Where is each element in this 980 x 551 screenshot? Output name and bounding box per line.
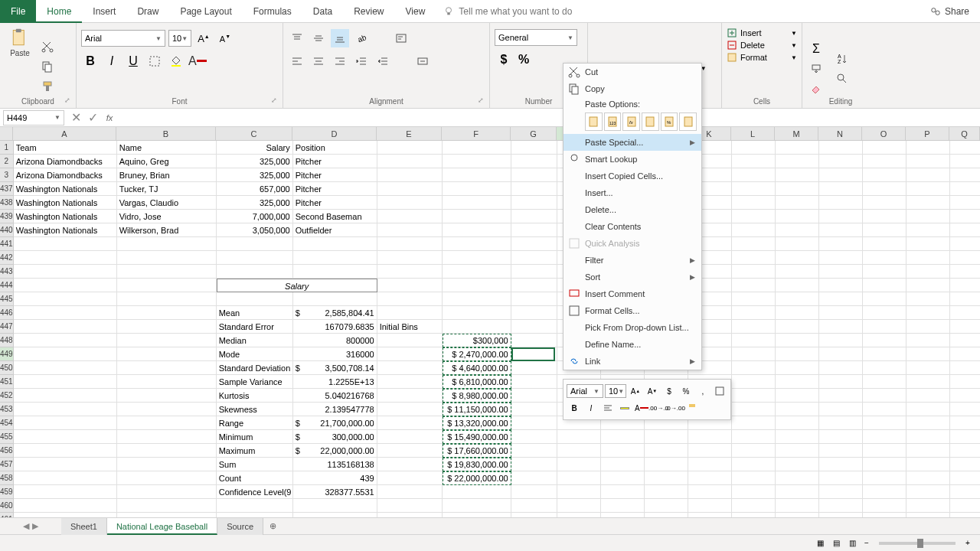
cell[interactable] bbox=[819, 265, 863, 279]
bold-button[interactable]: B bbox=[81, 52, 100, 70]
cell[interactable] bbox=[117, 389, 217, 403]
cell[interactable]: 800000 bbox=[293, 334, 377, 347]
cell[interactable]: 3,050,000 bbox=[217, 223, 293, 237]
cell[interactable] bbox=[906, 196, 950, 210]
cell[interactable] bbox=[819, 306, 863, 320]
zoom-in-button[interactable]: + bbox=[962, 539, 974, 547]
cell[interactable] bbox=[732, 141, 776, 155]
cell[interactable]: Initial Bins bbox=[377, 320, 443, 334]
new-sheet-button[interactable]: ⊕ bbox=[263, 521, 282, 531]
cell[interactable]: $ 6,810,000.00 bbox=[443, 375, 511, 389]
col-header-O[interactable]: O bbox=[862, 127, 906, 140]
cell[interactable] bbox=[14, 279, 117, 292]
cell[interactable]: Mode bbox=[217, 347, 293, 361]
fill-button[interactable] bbox=[807, 60, 825, 78]
cell[interactable] bbox=[377, 223, 443, 237]
cell[interactable] bbox=[377, 458, 443, 471]
cell[interactable] bbox=[863, 320, 906, 334]
row-header[interactable]: 440 bbox=[0, 223, 14, 237]
cell[interactable] bbox=[819, 471, 863, 485]
cell[interactable] bbox=[776, 210, 819, 223]
cell[interactable] bbox=[117, 292, 217, 306]
row-header[interactable]: 453 bbox=[0, 403, 14, 416]
cell[interactable]: 5.040216768 bbox=[293, 389, 377, 403]
increase-indent-button[interactable] bbox=[374, 52, 392, 70]
cell[interactable] bbox=[819, 251, 863, 265]
cell[interactable] bbox=[776, 513, 819, 517]
cell[interactable] bbox=[377, 155, 443, 168]
tab-draw[interactable]: Draw bbox=[126, 0, 169, 23]
cell[interactable]: $ 11,150,000.00 bbox=[443, 403, 511, 416]
cell[interactable] bbox=[217, 499, 293, 513]
col-header-E[interactable]: E bbox=[377, 127, 442, 140]
cell[interactable] bbox=[293, 237, 377, 251]
cancel-formula-button[interactable]: ✕ bbox=[67, 110, 84, 126]
cell[interactable]: Washington Nationals bbox=[14, 196, 117, 210]
cell[interactable]: Range bbox=[217, 416, 293, 430]
cell[interactable] bbox=[950, 334, 980, 347]
autosum-button[interactable]: Σ bbox=[807, 40, 825, 58]
cell[interactable] bbox=[14, 320, 117, 334]
cell[interactable] bbox=[776, 416, 819, 430]
cells-area[interactable]: TeamNameSalaryPositionArizona Diamondbac… bbox=[14, 141, 980, 517]
tab-formulas[interactable]: Formulas bbox=[243, 0, 302, 23]
cell[interactable] bbox=[950, 389, 980, 403]
cell[interactable] bbox=[950, 320, 980, 334]
row-header[interactable]: 448 bbox=[0, 334, 14, 347]
row-header[interactable]: 444 bbox=[0, 279, 14, 292]
cell[interactable] bbox=[863, 306, 906, 320]
cell[interactable] bbox=[688, 499, 732, 513]
cell[interactable] bbox=[688, 430, 732, 444]
col-header-G[interactable]: G bbox=[511, 127, 557, 140]
cell[interactable] bbox=[377, 485, 443, 499]
sheet-tab-3[interactable]: Source bbox=[217, 518, 263, 535]
cell[interactable] bbox=[819, 389, 863, 403]
cell[interactable] bbox=[732, 499, 776, 513]
grow-font-button[interactable]: A▲ bbox=[194, 29, 213, 47]
cell[interactable] bbox=[732, 430, 776, 444]
cell[interactable] bbox=[776, 471, 819, 485]
row-header[interactable]: 452 bbox=[0, 389, 14, 403]
cell[interactable] bbox=[377, 210, 443, 223]
cell[interactable] bbox=[601, 485, 645, 499]
col-header-L[interactable]: L bbox=[731, 127, 775, 140]
cell[interactable] bbox=[819, 444, 863, 458]
cell[interactable] bbox=[377, 499, 443, 513]
cell[interactable] bbox=[906, 155, 950, 168]
cell[interactable] bbox=[863, 265, 906, 279]
row-header[interactable]: 454 bbox=[0, 416, 14, 430]
paste-button[interactable]: Paste bbox=[5, 26, 35, 106]
cell[interactable] bbox=[511, 471, 557, 485]
ctx-cut[interactable]: Cut bbox=[564, 64, 701, 80]
cell[interactable] bbox=[14, 499, 117, 513]
cell[interactable] bbox=[776, 182, 819, 196]
cell[interactable] bbox=[906, 265, 950, 279]
cell[interactable]: 439 bbox=[293, 471, 377, 485]
cell[interactable] bbox=[377, 182, 443, 196]
find-button[interactable] bbox=[833, 70, 851, 88]
cell[interactable] bbox=[906, 403, 950, 416]
cell[interactable] bbox=[906, 347, 950, 361]
cell[interactable] bbox=[14, 347, 117, 361]
cell[interactable] bbox=[819, 292, 863, 306]
mini-format-painter[interactable] bbox=[684, 400, 700, 416]
cell[interactable] bbox=[950, 210, 980, 223]
cell[interactable] bbox=[776, 347, 819, 361]
cell[interactable] bbox=[950, 306, 980, 320]
clipboard-dialog-launcher[interactable]: ⤢ bbox=[64, 96, 74, 106]
row-header[interactable]: 450 bbox=[0, 361, 14, 375]
cell[interactable] bbox=[776, 361, 819, 375]
cell[interactable]: Standard Deviation bbox=[217, 361, 293, 375]
cell[interactable] bbox=[511, 155, 557, 168]
cell[interactable] bbox=[776, 334, 819, 347]
mini-font-combo[interactable]: Arial▼ bbox=[567, 384, 603, 398]
cell[interactable]: Salary bbox=[217, 279, 377, 292]
tab-home[interactable]: Home bbox=[36, 0, 82, 23]
cell[interactable] bbox=[819, 223, 863, 237]
cell[interactable] bbox=[906, 416, 950, 430]
cell[interactable] bbox=[863, 210, 906, 223]
insert-function-button[interactable]: fx bbox=[101, 110, 118, 126]
cell[interactable] bbox=[117, 416, 217, 430]
row-header[interactable]: 461 bbox=[0, 513, 14, 517]
cell[interactable] bbox=[14, 513, 117, 517]
